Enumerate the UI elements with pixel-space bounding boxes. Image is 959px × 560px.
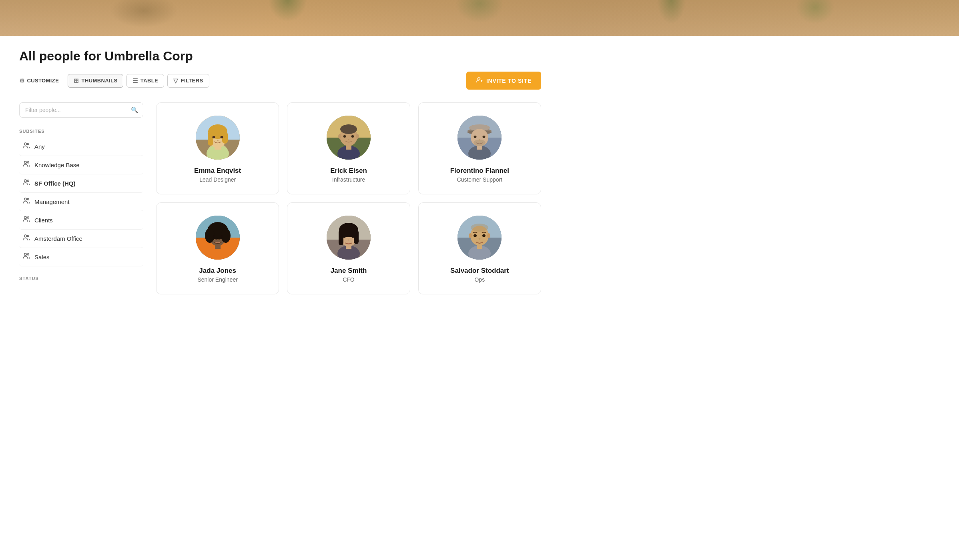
person-role-emma: Lead Designer xyxy=(199,176,236,183)
person-card-florentino[interactable]: Florentino Flannel Customer Support xyxy=(418,102,541,194)
svg-point-36 xyxy=(343,135,346,138)
svg-point-4 xyxy=(27,162,29,163)
toolbar: ⚙ CUSTOMIZE ⊞ THUMBNAILS ☰ TABLE ▽ FILTE… xyxy=(19,72,541,90)
page-title: All people for Umbrella Corp xyxy=(19,49,541,64)
person-role-jada: Senior Engineer xyxy=(197,276,237,283)
svg-point-13 xyxy=(24,253,27,256)
toolbar-left: ⚙ CUSTOMIZE ⊞ THUMBNAILS ☰ TABLE ▽ FILTE… xyxy=(19,74,209,88)
filter-input-wrap: 🔍 xyxy=(19,102,143,118)
sidebar-item-sf-office[interactable]: SF Office (HQ) xyxy=(19,174,143,193)
subsites-label: SUBSITES xyxy=(19,129,143,134)
avatar-florentino xyxy=(457,116,502,160)
svg-point-14 xyxy=(27,254,29,255)
person-card-emma[interactable]: Emma Enqvist Lead Designer xyxy=(156,102,279,194)
filter-input[interactable] xyxy=(19,102,143,118)
person-card-erick[interactable]: Erick Eisen Infrastructure xyxy=(287,102,410,194)
filters-label: FILTERS xyxy=(181,78,203,84)
person-name-jada: Jada Jones xyxy=(199,267,236,275)
person-role-jane: CFO xyxy=(343,276,355,283)
avatar-erick xyxy=(327,116,371,160)
svg-point-52 xyxy=(474,136,477,138)
svg-point-39 xyxy=(338,134,341,139)
svg-point-88 xyxy=(479,238,481,240)
person-name-salvador: Salvador Stoddart xyxy=(450,267,509,275)
svg-rect-75 xyxy=(354,230,359,244)
svg-point-10 xyxy=(27,217,29,218)
svg-point-86 xyxy=(473,234,477,237)
avatar-emma xyxy=(196,116,240,160)
table-icon: ☰ xyxy=(132,77,138,84)
people-icon xyxy=(22,234,30,244)
svg-rect-74 xyxy=(339,230,343,245)
person-role-salvador: Ops xyxy=(474,276,485,283)
thumbnails-icon: ⊞ xyxy=(74,77,79,84)
person-name-florentino: Florentino Flannel xyxy=(450,167,509,175)
thumbnails-button[interactable]: ⊞ THUMBNAILS xyxy=(68,74,123,88)
table-button[interactable]: ☰ TABLE xyxy=(126,74,164,88)
svg-point-7 xyxy=(24,198,27,200)
people-icon xyxy=(22,197,30,207)
avatar-jada xyxy=(196,216,240,260)
customize-button[interactable]: ⚙ CUSTOMIZE xyxy=(19,74,64,87)
svg-point-12 xyxy=(27,235,29,237)
sidebar-item-label-sf-office: SF Office (HQ) xyxy=(34,180,76,187)
svg-point-35 xyxy=(340,124,357,134)
avatar-salvador xyxy=(457,216,502,260)
invite-label: INVITE TO SITE xyxy=(486,78,532,84)
sidebar-item-amsterdam-office[interactable]: Amsterdam Office xyxy=(19,230,143,248)
svg-point-6 xyxy=(27,180,29,182)
invite-to-site-button[interactable]: INVITE TO SITE xyxy=(466,72,541,90)
svg-rect-24 xyxy=(208,132,213,146)
svg-point-27 xyxy=(220,136,223,138)
sidebar: 🔍 SUBSITES Any Knowledge Base xyxy=(19,102,143,285)
svg-point-90 xyxy=(487,233,490,238)
person-card-jane[interactable]: Jane Smith CFO xyxy=(287,202,410,294)
sidebar-item-knowledge-base[interactable]: Knowledge Base xyxy=(19,156,143,174)
svg-point-26 xyxy=(212,136,215,138)
sidebar-item-label-any: Any xyxy=(34,143,45,150)
svg-point-38 xyxy=(348,139,349,140)
svg-point-0 xyxy=(477,78,480,80)
svg-point-77 xyxy=(351,235,355,238)
svg-point-3 xyxy=(24,161,27,164)
person-card-jada[interactable]: Jada Jones Senior Engineer xyxy=(156,202,279,294)
svg-point-89 xyxy=(469,233,472,238)
sidebar-item-clients[interactable]: Clients xyxy=(19,211,143,230)
status-label: STATUS xyxy=(19,276,143,281)
filters-button[interactable]: ▽ FILTERS xyxy=(167,74,209,88)
svg-point-65 xyxy=(221,235,223,238)
svg-point-11 xyxy=(24,235,27,237)
person-role-erick: Infrastructure xyxy=(332,176,365,183)
svg-point-8 xyxy=(27,198,29,200)
sidebar-items-list: Any Knowledge Base SF Office (HQ) xyxy=(19,138,143,266)
sidebar-item-label-clients: Clients xyxy=(34,217,53,224)
avatar-jane xyxy=(327,216,371,260)
sidebar-item-label-sales: Sales xyxy=(34,254,50,260)
person-name-jane: Jane Smith xyxy=(331,267,367,275)
sidebar-item-sales[interactable]: Sales xyxy=(19,248,143,266)
svg-point-66 xyxy=(217,239,219,240)
svg-point-78 xyxy=(348,240,349,241)
thumbnails-label: THUMBNAILS xyxy=(82,78,118,84)
invite-icon xyxy=(476,76,483,85)
svg-point-85 xyxy=(471,224,488,232)
sidebar-item-any[interactable]: Any xyxy=(19,138,143,156)
person-role-florentino: Customer Support xyxy=(457,176,503,183)
svg-point-28 xyxy=(217,140,219,141)
svg-point-2 xyxy=(27,143,29,145)
person-card-salvador[interactable]: Salvador Stoddart Ops xyxy=(418,202,541,294)
people-icon xyxy=(22,178,30,188)
person-name-erick: Erick Eisen xyxy=(330,167,367,175)
svg-point-1 xyxy=(24,143,27,145)
sidebar-item-management[interactable]: Management xyxy=(19,193,143,211)
people-icon xyxy=(22,142,30,152)
filters-icon: ▽ xyxy=(173,77,178,84)
svg-point-5 xyxy=(24,180,27,182)
people-grid: Emma Enqvist Lead Designer xyxy=(156,102,541,294)
people-icon xyxy=(22,160,30,170)
svg-point-76 xyxy=(343,235,346,238)
layout: 🔍 SUBSITES Any Knowledge Base xyxy=(19,102,541,294)
customize-icon: ⚙ xyxy=(19,77,24,84)
search-icon: 🔍 xyxy=(131,106,138,114)
svg-point-9 xyxy=(24,216,27,219)
